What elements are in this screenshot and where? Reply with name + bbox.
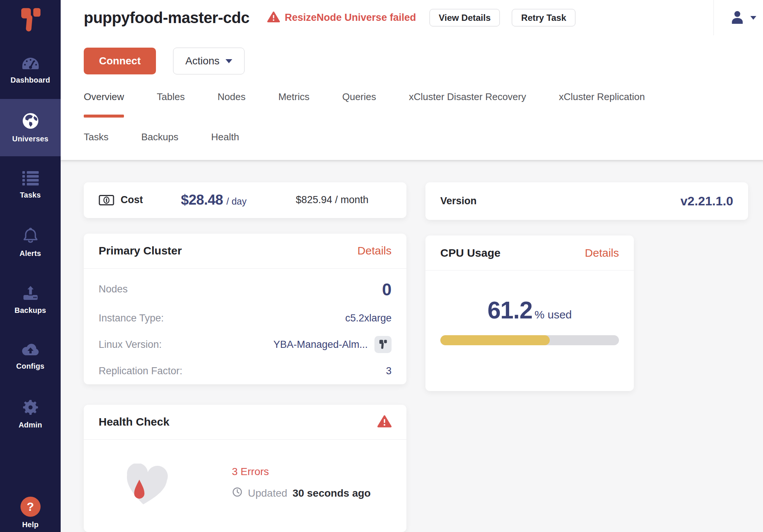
cloud-upload-icon bbox=[21, 343, 40, 357]
actions-button[interactable]: Actions bbox=[173, 48, 245, 74]
cost-daily: $28.48 / day bbox=[181, 192, 246, 208]
sidebar-item-alerts[interactable]: Alerts bbox=[0, 214, 61, 271]
health-check-body: 3 Errors Updated 30 seconds ago bbox=[84, 440, 406, 509]
help-icon: ? bbox=[20, 497, 41, 517]
cluster-row-linux-version: Linux Version: YBA-Managed-Alm... bbox=[99, 331, 392, 358]
yba-app: Dashboard Universes bbox=[0, 0, 763, 532]
upload-icon bbox=[22, 285, 39, 301]
user-avatar-icon bbox=[730, 10, 744, 26]
row-value: 3 bbox=[386, 365, 392, 377]
health-status-text: 3 Errors Updated 30 seconds ago bbox=[232, 464, 371, 500]
tab-backups[interactable]: Backups bbox=[141, 131, 178, 143]
health-updated-row: Updated 30 seconds ago bbox=[232, 487, 371, 500]
row-value: 0 bbox=[382, 279, 392, 299]
primary-cluster-body: Nodes 0 Instance Type: c5.2xlarge Linux … bbox=[84, 269, 406, 384]
page-title: puppyfood-master-cdc bbox=[84, 9, 249, 27]
cpu-progress-bar bbox=[440, 335, 619, 345]
tab-nodes[interactable]: Nodes bbox=[218, 91, 246, 118]
tab-xcluster-disaster-recovery[interactable]: xCluster Disaster Recovery bbox=[409, 91, 526, 118]
retry-task-button[interactable]: Retry Task bbox=[512, 9, 575, 26]
cost-card: Cost $28.48 / day $825.94 / month bbox=[84, 182, 406, 218]
cluster-row-nodes: Nodes 0 bbox=[99, 274, 392, 305]
row-value-with-badge: YBA-Managed-Alm... bbox=[273, 336, 392, 353]
cpu-usage-header: CPU Usage Details bbox=[425, 235, 634, 270]
tab-overview[interactable]: Overview bbox=[84, 91, 124, 118]
tab-queries[interactable]: Queries bbox=[342, 91, 376, 118]
primary-cluster-title: Primary Cluster bbox=[99, 244, 182, 257]
cost-title: Cost bbox=[121, 194, 143, 206]
version-card: Version v2.21.1.0 bbox=[425, 182, 748, 220]
clock-icon bbox=[232, 487, 243, 500]
gauge-icon bbox=[21, 57, 40, 71]
cluster-row-replication-factor: Replication Factor: 3 bbox=[99, 358, 392, 384]
tab-tasks[interactable]: Tasks bbox=[84, 131, 108, 143]
error-message: ResizeNode Universe failed bbox=[285, 12, 416, 23]
version-title: Version bbox=[440, 195, 477, 207]
sidebar-item-label: Admin bbox=[19, 421, 42, 429]
sidebar-item-label: Alerts bbox=[20, 249, 41, 258]
sidebar-item-universes[interactable]: Universes bbox=[0, 99, 61, 156]
sidebar-nav: Dashboard Universes bbox=[0, 42, 61, 443]
sidebar-item-configs[interactable]: Configs bbox=[0, 328, 61, 385]
updated-value: 30 seconds ago bbox=[293, 487, 371, 499]
sidebar-item-backups[interactable]: Backups bbox=[0, 271, 61, 328]
yugabyte-logo[interactable] bbox=[0, 0, 61, 42]
sidebar-item-label: Dashboard bbox=[10, 76, 50, 84]
health-errors-link[interactable]: 3 Errors bbox=[232, 466, 269, 478]
sidebar-item-label: Universes bbox=[12, 135, 48, 143]
content-right-column: Version v2.21.1.0 CPU Usage Details 61.2… bbox=[425, 182, 748, 532]
sidebar-item-tasks[interactable]: Tasks bbox=[0, 156, 61, 214]
actions-label: Actions bbox=[185, 55, 220, 67]
action-row: Connect Actions bbox=[84, 48, 763, 74]
heart-with-drop-icon bbox=[122, 464, 170, 509]
list-icon bbox=[22, 171, 39, 186]
cpu-usage-details-link[interactable]: Details bbox=[585, 247, 619, 259]
universe-tabs-row1: Overview Tables Nodes Metrics Queries xC… bbox=[84, 91, 763, 118]
sidebar-item-help[interactable]: ? Help bbox=[0, 497, 61, 529]
tab-tables[interactable]: Tables bbox=[157, 91, 185, 118]
cost-daily-amount: $28.48 bbox=[181, 192, 223, 208]
connect-button[interactable]: Connect bbox=[84, 48, 156, 74]
cpu-percent-value: 61.2 bbox=[488, 297, 533, 324]
primary-cluster-card: Primary Cluster Details Nodes 0 Instance… bbox=[84, 234, 406, 384]
universe-tabs-row2: Tasks Backups Health bbox=[84, 131, 763, 160]
warning-icon bbox=[267, 11, 280, 24]
money-bill-icon bbox=[99, 195, 114, 206]
health-check-card: Health Check bbox=[84, 405, 406, 532]
yugabyte-logo-icon bbox=[19, 7, 42, 35]
row-label: Nodes bbox=[99, 283, 128, 295]
version-value: v2.21.1.0 bbox=[680, 194, 733, 208]
sidebar-item-dashboard[interactable]: Dashboard bbox=[0, 42, 61, 99]
chevron-down-icon bbox=[226, 59, 232, 63]
tab-health[interactable]: Health bbox=[211, 131, 239, 143]
sidebar-item-label: Configs bbox=[16, 362, 45, 371]
row-label: Linux Version: bbox=[99, 339, 162, 350]
chevron-down-icon bbox=[750, 16, 756, 20]
yugabyte-badge-icon[interactable] bbox=[374, 336, 392, 353]
task-error-banner: ResizeNode Universe failed bbox=[267, 11, 416, 24]
primary-cluster-details-link[interactable]: Details bbox=[357, 244, 392, 257]
overview-content: Cost $28.48 / day $825.94 / month Primar… bbox=[61, 160, 763, 532]
tab-metrics[interactable]: Metrics bbox=[278, 91, 310, 118]
updated-prefix: Updated bbox=[248, 487, 287, 499]
cpu-usage-card: CPU Usage Details 61.2 % used bbox=[425, 235, 634, 391]
tab-xcluster-replication[interactable]: xCluster Replication bbox=[559, 91, 645, 118]
health-check-header: Health Check bbox=[84, 405, 406, 439]
row-label: Instance Type: bbox=[99, 313, 164, 324]
cpu-percent: 61.2 % used bbox=[440, 297, 619, 324]
user-menu[interactable] bbox=[713, 0, 763, 35]
sidebar-item-label: Tasks bbox=[20, 191, 41, 199]
globe-icon bbox=[22, 112, 39, 129]
cpu-progress-fill bbox=[440, 335, 550, 345]
row-label: Replication Factor: bbox=[99, 365, 182, 377]
warning-icon bbox=[377, 415, 392, 429]
title-row: puppyfood-master-cdc ResizeNode Universe… bbox=[84, 0, 763, 35]
cluster-row-instance-type: Instance Type: c5.2xlarge bbox=[99, 305, 392, 331]
main-area: puppyfood-master-cdc ResizeNode Universe… bbox=[61, 0, 763, 532]
sidebar-item-admin[interactable]: Admin bbox=[0, 385, 61, 443]
row-value: c5.2xlarge bbox=[345, 313, 392, 324]
sidebar: Dashboard Universes bbox=[0, 0, 61, 532]
view-details-button[interactable]: View Details bbox=[430, 9, 500, 26]
row-value: YBA-Managed-Alm... bbox=[273, 339, 368, 350]
sidebar-item-label: Help bbox=[22, 520, 38, 529]
